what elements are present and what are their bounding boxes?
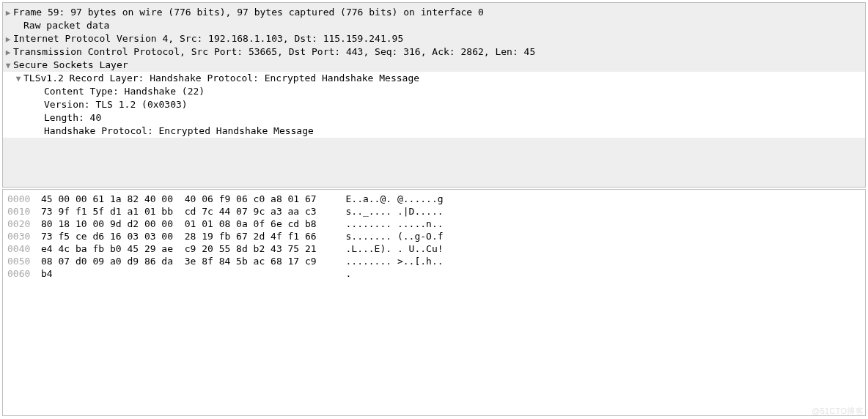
tree-spacer bbox=[3, 85, 13, 98]
tree-item-length[interactable]: Length: 40 bbox=[3, 111, 865, 125]
protocol-tree: ▶ Frame 59: 97 bytes on wire (776 bits),… bbox=[3, 3, 865, 138]
tree-spacer bbox=[3, 111, 13, 125]
hex-ascii: .L...E). . U..Cu! bbox=[328, 242, 444, 255]
tree-label: Handshake Protocol: Encrypted Handshake … bbox=[44, 125, 314, 137]
tree-spacer bbox=[3, 125, 13, 138]
tree-label: Transmission Control Protocol, Src Port:… bbox=[13, 45, 535, 58]
hex-offset: 0040 bbox=[7, 242, 41, 255]
hex-row[interactable]: 003073 f5 ce d6 16 03 03 00 28 19 fb 67 … bbox=[7, 230, 865, 242]
hex-row[interactable]: 000045 00 00 61 1a 82 40 00 40 06 f9 06 … bbox=[7, 193, 865, 205]
tree-spacer bbox=[3, 72, 13, 85]
tree-label: Length: 40 bbox=[44, 111, 101, 124]
tree-item-version[interactable]: Version: TLS 1.2 (0x0303) bbox=[3, 98, 865, 111]
tree-item-tcp[interactable]: ▶ Transmission Control Protocol, Src Por… bbox=[3, 45, 865, 59]
hex-ascii: ........ .....n.. bbox=[328, 218, 444, 230]
hex-row[interactable]: 002080 18 10 00 9d d2 00 00 01 01 08 0a … bbox=[7, 218, 865, 230]
tree-spacer bbox=[3, 98, 13, 111]
packet-details-panel[interactable]: ▶ Frame 59: 97 bytes on wire (776 bits),… bbox=[2, 2, 866, 188]
tree-item-handshake-protocol[interactable]: Handshake Protocol: Encrypted Handshake … bbox=[3, 125, 865, 138]
tree-label: Content Type: Handshake (22) bbox=[44, 85, 205, 97]
tree-label: Version: TLS 1.2 (0x0303) bbox=[44, 98, 188, 111]
packet-bytes-panel[interactable]: 000045 00 00 61 1a 82 40 00 40 06 f9 06 … bbox=[2, 189, 866, 416]
tree-label: TLSv1.2 Record Layer: Handshake Protocol… bbox=[23, 72, 419, 84]
tree-spacer bbox=[3, 19, 13, 32]
chevron-down-icon[interactable]: ▼ bbox=[13, 72, 23, 85]
tree-label: Internet Protocol Version 4, Src: 192.16… bbox=[13, 32, 403, 45]
hex-bytes: 80 18 10 00 9d d2 00 00 01 01 08 0a 0f 6… bbox=[41, 218, 328, 230]
hex-ascii: s.._.... .|D..... bbox=[328, 205, 444, 218]
chevron-right-icon[interactable]: ▶ bbox=[3, 6, 13, 19]
tree-label: Frame 59: 97 bytes on wire (776 bits), 9… bbox=[13, 6, 484, 18]
chevron-right-icon[interactable]: ▶ bbox=[3, 32, 13, 45]
tree-item-content-type[interactable]: Content Type: Handshake (22) bbox=[3, 85, 865, 98]
hex-ascii: s....... (..g-O.f bbox=[328, 230, 444, 242]
hex-ascii: ........ >..[.h.. bbox=[328, 255, 444, 267]
tree-item-frame[interactable]: ▶ Frame 59: 97 bytes on wire (776 bits),… bbox=[3, 6, 865, 19]
hex-offset: 0030 bbox=[7, 230, 41, 242]
tree-item-ip[interactable]: ▶ Internet Protocol Version 4, Src: 192.… bbox=[3, 32, 865, 45]
hex-bytes: 45 00 00 61 1a 82 40 00 40 06 f9 06 c0 a… bbox=[41, 193, 328, 205]
hex-row[interactable]: 001073 9f f1 5f d1 a1 01 bb cd 7c 44 07 … bbox=[7, 205, 865, 218]
hex-bytes: e4 4c ba fb b0 45 29 ae c9 20 55 8d b2 4… bbox=[41, 242, 328, 255]
hex-row[interactable]: 0040e4 4c ba fb b0 45 29 ae c9 20 55 8d … bbox=[7, 242, 865, 255]
hex-offset: 0020 bbox=[7, 218, 41, 230]
hex-ascii: E..a..@. @......g bbox=[328, 193, 444, 205]
hex-bytes: 08 07 d0 09 a0 d9 86 da 3e 8f 84 5b ac 6… bbox=[41, 255, 328, 267]
tree-label: Secure Sockets Layer bbox=[13, 59, 128, 71]
hex-ascii: . bbox=[328, 267, 351, 280]
hex-dump: 000045 00 00 61 1a 82 40 00 40 06 f9 06 … bbox=[3, 190, 865, 280]
hex-offset: 0060 bbox=[7, 267, 41, 280]
tree-item-ssl[interactable]: ▼ Secure Sockets Layer bbox=[3, 59, 865, 72]
hex-row[interactable]: 005008 07 d0 09 a0 d9 86 da 3e 8f 84 5b … bbox=[7, 255, 865, 267]
hex-row[interactable]: 0060b4 . bbox=[7, 267, 865, 280]
hex-bytes: 73 9f f1 5f d1 a1 01 bb cd 7c 44 07 9c a… bbox=[41, 205, 328, 218]
watermark-text: @51CTO博客 bbox=[812, 406, 864, 417]
tree-item-raw[interactable]: Raw packet data bbox=[3, 19, 865, 32]
hex-offset: 0050 bbox=[7, 255, 41, 267]
tree-item-tls-record[interactable]: ▼ TLSv1.2 Record Layer: Handshake Protoc… bbox=[3, 72, 865, 85]
hex-bytes: 73 f5 ce d6 16 03 03 00 28 19 fb 67 2d 4… bbox=[41, 230, 328, 242]
hex-offset: 0000 bbox=[7, 193, 41, 205]
hex-bytes: b4 bbox=[41, 267, 328, 280]
tree-label: Raw packet data bbox=[23, 19, 109, 31]
chevron-right-icon[interactable]: ▶ bbox=[3, 45, 13, 59]
chevron-down-icon[interactable]: ▼ bbox=[3, 59, 13, 72]
hex-offset: 0010 bbox=[7, 205, 41, 218]
